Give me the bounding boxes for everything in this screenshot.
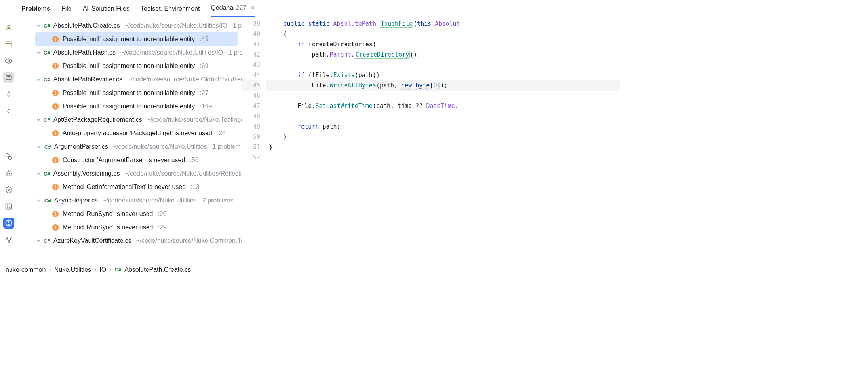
breadcrumb-item[interactable]: nuke-common: [6, 266, 46, 273]
code-line[interactable]: [266, 60, 620, 70]
line-number: 39: [242, 19, 260, 29]
chevron-down-icon[interactable]: [36, 198, 41, 203]
issue-row[interactable]: !Auto-property accessor 'PackageId.get' …: [17, 127, 242, 140]
code-editor: 3940414243444546474849505152 public stat…: [242, 17, 620, 263]
code-line[interactable]: return path;: [266, 121, 620, 132]
warning-icon: !: [52, 130, 59, 136]
code-line[interactable]: if (!File.Exists(path)): [266, 70, 620, 80]
chevron-down-icon[interactable]: [36, 77, 40, 82]
issue-message: Method 'GetInformationalText' is never u…: [63, 184, 186, 191]
file-row[interactable]: C#AzureKeyVaultCertificate.cs~/code/nuke…: [17, 234, 242, 248]
chevron-down-icon[interactable]: [36, 238, 40, 243]
branch-icon[interactable]: [3, 234, 14, 245]
line-number: 44: [242, 70, 260, 80]
issue-row[interactable]: !Possible 'null' assignment to non-nulla…: [35, 32, 238, 46]
line-number: 41: [242, 39, 260, 49]
code-line[interactable]: [266, 91, 620, 101]
file-path: ~/code/nuke/source/Nuke.Common.Tools/Azu…: [136, 237, 242, 244]
tab-qodana[interactable]: Qodana227✕: [211, 0, 255, 17]
file-row[interactable]: C#Assembly.Versioning.cs~/code/nuke/sour…: [17, 167, 242, 180]
list-icon[interactable]: [3, 72, 14, 83]
issue-row[interactable]: !Possible 'null' assignment to non-nulla…: [17, 100, 242, 113]
issue-row[interactable]: !Method 'RunSync' is never used:20: [17, 207, 242, 221]
breadcrumb-item[interactable]: AbsolutePath.Create.cs: [124, 266, 191, 273]
issue-row[interactable]: !Possible 'null' assignment to non-nulla…: [17, 86, 242, 100]
issue-message: Possible 'null' assignment to non-nullab…: [63, 62, 195, 70]
chevron-down-icon[interactable]: [36, 117, 40, 122]
file-row[interactable]: C#AbsolutePath.Create.cs~/code/nuke/sour…: [17, 19, 242, 32]
file-row[interactable]: C#AsyncHelper.cs~/code/nuke/source/Nuke.…: [17, 194, 242, 207]
problem-count: 1 problem: [228, 49, 242, 56]
breadcrumb-item[interactable]: IO: [99, 266, 106, 273]
warning-icon: !: [52, 157, 59, 163]
chevron-down-icon[interactable]: [36, 144, 41, 149]
line-number: 47: [242, 101, 260, 111]
issue-location: :45: [200, 36, 208, 43]
hexagon-icon[interactable]: [3, 184, 14, 195]
code-line[interactable]: File.SetLastWriteTime(path, time ?? Date…: [266, 101, 620, 111]
line-number: 50: [242, 132, 260, 142]
lang-badge: C#: [44, 198, 51, 204]
refresh-icon[interactable]: [3, 151, 14, 162]
chevron-down-icon[interactable]: [36, 50, 40, 55]
breadcrumb-item[interactable]: Nuke.Utilities: [54, 266, 91, 273]
code-line[interactable]: [266, 152, 620, 163]
file-name: ArgumentParser.cs: [54, 143, 108, 150]
warning-icon: !: [52, 63, 59, 69]
issue-message: Possible 'null' assignment to non-nullab…: [63, 89, 195, 96]
code-line[interactable]: }: [266, 142, 620, 152]
alert-icon[interactable]: [3, 218, 14, 229]
eye-icon[interactable]: [3, 55, 14, 66]
tab-problems[interactable]: Problems: [21, 0, 50, 17]
code-line[interactable]: [266, 111, 620, 121]
issue-row[interactable]: !Possible 'null' assignment to non-nulla…: [17, 59, 242, 73]
line-number: 40: [242, 29, 260, 39]
problems-tree: C#AbsolutePath.Create.cs~/code/nuke/sour…: [17, 17, 242, 263]
code-line[interactable]: public static AbsolutePath TouchFile(thi…: [266, 19, 620, 29]
chevron-right-icon: ›: [49, 266, 51, 273]
file-row[interactable]: C#ArgumentParser.cs~/code/nuke/source/Nu…: [17, 140, 242, 153]
tab-file[interactable]: File: [61, 0, 72, 17]
issue-row[interactable]: !Method 'RunSync' is never used:29: [17, 221, 242, 234]
line-number: 43: [242, 60, 260, 70]
issue-message: Constructor 'ArgumentParser' is never us…: [63, 157, 185, 164]
close-icon[interactable]: ✕: [250, 4, 255, 11]
terminal-icon[interactable]: [3, 201, 14, 212]
collapse-icon[interactable]: [3, 105, 14, 116]
svg-point-9: [8, 156, 11, 159]
file-name: Assembly.Versioning.cs: [53, 170, 120, 177]
tab-all-solution-files[interactable]: All Solution Files: [83, 0, 129, 17]
sort-icon[interactable]: [3, 89, 14, 100]
breadcrumbs[interactable]: nuke-common›Nuke.Utilities›IO›C# Absolut…: [0, 263, 620, 276]
bot-icon[interactable]: [3, 168, 14, 179]
chevron-down-icon[interactable]: [36, 171, 40, 176]
issue-location: :13: [190, 184, 199, 191]
file-row[interactable]: C#AptGetPackageRequirement.cs~/code/nuke…: [17, 113, 242, 127]
line-number: 45: [242, 80, 260, 91]
lang-badge: C#: [44, 238, 50, 244]
lang-badge: C#: [44, 144, 51, 150]
svg-point-22: [8, 241, 10, 242]
file-name: AptGetPackageRequirement.cs: [53, 116, 142, 123]
person-icon[interactable]: [3, 22, 14, 33]
code-line[interactable]: path.Parent.CreateDirectory();: [266, 49, 620, 60]
svg-rect-10: [6, 172, 11, 176]
layout-icon[interactable]: [3, 39, 14, 50]
file-row[interactable]: C#AbsolutePath.Hash.cs~/code/nuke/source…: [17, 46, 242, 59]
code-line[interactable]: {: [266, 29, 620, 39]
issue-message: Possible 'null' assignment to non-nullab…: [63, 36, 195, 43]
code-line[interactable]: }: [266, 132, 620, 142]
svg-point-12: [9, 173, 10, 174]
issue-message: Possible 'null' assignment to non-nullab…: [63, 103, 195, 110]
warning-icon: !: [52, 36, 59, 42]
line-number: 46: [242, 91, 260, 101]
issue-row[interactable]: !Constructor 'ArgumentParser' is never u…: [17, 153, 242, 167]
file-row[interactable]: C#AbsolutePathRewriter.cs~/code/nuke/sou…: [17, 73, 242, 86]
chevron-down-icon[interactable]: [36, 23, 40, 28]
code-line[interactable]: if (createDirectories): [266, 39, 620, 49]
code-area[interactable]: public static AbsolutePath TouchFile(thi…: [266, 17, 620, 263]
code-line[interactable]: File.WriteAllBytes(path, new byte[0]);: [266, 80, 620, 91]
tab-toolset-environment[interactable]: Toolset, Environment: [141, 0, 200, 17]
issue-row[interactable]: !Method 'GetInformationalText' is never …: [17, 180, 242, 194]
lang-badge: C#: [115, 267, 122, 272]
